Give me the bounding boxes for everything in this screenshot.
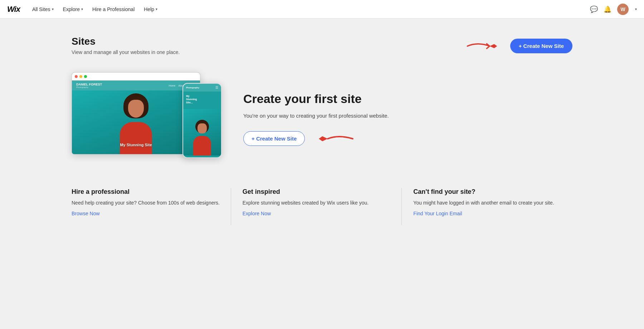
mockup-desktop-content: DANIEL FOREST Photography Home About Gal… <box>72 80 200 154</box>
card-hire-title: Hire a professional <box>72 188 224 196</box>
nav-help[interactable]: Help ▾ <box>140 4 161 14</box>
red-arrow-left <box>313 132 356 146</box>
nav-all-sites-label: All Sites <box>32 6 50 12</box>
mockup-mobile-text: MyStunningSite... <box>186 94 218 104</box>
chevron-down-icon: ▾ <box>156 7 157 11</box>
nav-help-label: Help <box>144 6 154 12</box>
create-new-site-button-header[interactable]: + Create New Site <box>510 39 572 53</box>
chevron-down-icon: ▾ <box>52 7 54 11</box>
cards-row: Hire a professional Need help creating y… <box>72 188 572 225</box>
dot-red <box>75 75 78 78</box>
page-subtitle: View and manage all your websites in one… <box>72 49 180 55</box>
page-header-right: + Create New Site <box>466 39 572 53</box>
hero-description: You're on your way to creating your firs… <box>243 112 572 120</box>
avatar[interactable]: W <box>617 4 629 15</box>
card-find-link[interactable]: Find Your Login Email <box>413 211 462 216</box>
mockup-container: DANIEL FOREST Photography Home About Gal… <box>72 72 222 165</box>
chevron-down-icon: ▾ <box>81 7 83 11</box>
nav-hire-professional[interactable]: Hire a Professional <box>89 4 138 14</box>
mockup-mobile-image <box>183 109 221 156</box>
mockup-mobile-content: MyStunningSite... <box>183 92 221 109</box>
nav-all-sites[interactable]: All Sites ▾ <box>29 4 57 14</box>
mockup-nav-link-home: Home <box>169 84 176 87</box>
svg-marker-1 <box>319 136 328 141</box>
card-find-desc: You might have logged in with another em… <box>413 199 565 207</box>
nav-items: All Sites ▾ Explore ▾ Hire a Professiona… <box>29 4 161 14</box>
dot-green <box>84 75 87 78</box>
svg-marker-0 <box>489 44 497 48</box>
hero-text: Create your first site You're on your wa… <box>243 92 572 146</box>
dot-yellow <box>79 75 82 78</box>
card-inspired-title: Get inspired <box>243 188 395 196</box>
page-header: Sites View and manage all your websites … <box>72 36 572 55</box>
mockup-nav-logo: DANIEL FOREST Photography <box>76 83 102 88</box>
nav-explore-label: Explore <box>63 6 80 12</box>
mockup-mobile: Photography ☰ MyStunningSite... <box>182 83 222 158</box>
hero-section: DANIEL FOREST Photography Home About Gal… <box>72 72 572 165</box>
mockup-text-overlay: My Stunning Site <box>72 143 200 147</box>
page-title: Sites <box>72 36 180 47</box>
mockup-desktop-bar <box>72 73 200 80</box>
card-hire-desc: Need help creating your site? Choose fro… <box>72 199 224 207</box>
bell-icon[interactable]: 🔔 <box>604 5 611 13</box>
mockup-hero-area: My Stunning Site <box>72 90 200 154</box>
card-hire-link[interactable]: Browse Now <box>72 211 100 216</box>
create-new-site-button-hero[interactable]: + Create New Site <box>243 131 305 146</box>
page-header-left: Sites View and manage all your websites … <box>72 36 180 55</box>
wix-logo: Wix <box>7 5 20 14</box>
mockup-site-name: My Stunning Site <box>72 143 200 147</box>
card-hire: Hire a professional Need help creating y… <box>72 188 231 225</box>
hero-title: Create your first site <box>243 92 572 106</box>
nav-hire-label: Hire a Professional <box>92 6 135 12</box>
hero-cta-row: + Create New Site <box>243 131 572 146</box>
red-arrow-right <box>466 39 502 53</box>
hamburger-icon: ☰ <box>215 86 218 89</box>
nav-right: 💬 🔔 W ▾ <box>590 4 637 15</box>
mockup-mobile-logo: Photography <box>186 87 199 89</box>
mockup-nav-logo-sub: Photography <box>76 86 102 88</box>
navbar: Wix All Sites ▾ Explore ▾ Hire a Profess… <box>0 0 644 19</box>
nav-explore[interactable]: Explore ▾ <box>59 4 87 14</box>
mobile-person <box>191 120 213 156</box>
card-find: Can't find your site? You might have log… <box>401 188 572 225</box>
chevron-down-icon[interactable]: ▾ <box>635 7 637 11</box>
card-inspired-link[interactable]: Explore Now <box>243 211 271 216</box>
card-inspired: Get inspired Explore stunning websites c… <box>231 188 402 225</box>
card-inspired-desc: Explore stunning websites created by Wix… <box>243 199 395 207</box>
main-content: Sites View and manage all your websites … <box>0 19 644 242</box>
mockup-desktop: DANIEL FOREST Photography Home About Gal… <box>72 72 200 154</box>
mockup-nav-bar: DANIEL FOREST Photography Home About Gal… <box>72 80 200 90</box>
chat-icon[interactable]: 💬 <box>590 5 598 13</box>
mockup-mobile-top: Photography ☰ <box>183 84 221 92</box>
card-find-title: Can't find your site? <box>413 188 565 196</box>
